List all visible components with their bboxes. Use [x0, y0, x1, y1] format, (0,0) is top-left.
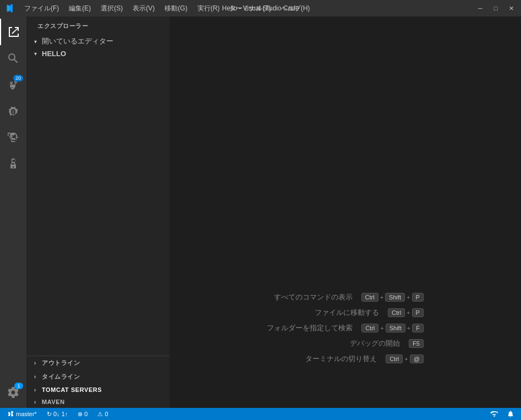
editor-area: すべてのコマンドの表示 Ctrl + Shift + P ファイルに移動する C… — [169, 17, 521, 408]
status-bar-left: master* ↻ 0↓ 1↑ ⊗ 0 ⚠ 0 — [4, 410, 111, 418]
activity-search[interactable] — [0, 45, 26, 72]
activity-bottom: 1 — [0, 379, 26, 408]
status-bar-right — [488, 410, 517, 418]
minimize-button[interactable]: ─ — [475, 3, 486, 14]
warnings-label: ⚠ 0 — [97, 411, 108, 418]
shortcut-list: すべてのコマンドの表示 Ctrl + Shift + P ファイルに移動する C… — [267, 292, 424, 364]
window-controls: ─ □ ✕ — [475, 3, 517, 14]
shortcut-row-commands: すべてのコマンドの表示 Ctrl + Shift + P — [267, 292, 424, 302]
activity-bar: 20 1 — [0, 17, 26, 408]
shortcut-row-debug: デバッグの開始 F5 — [267, 339, 424, 348]
activity-explorer[interactable] — [0, 19, 26, 45]
key-f5: F5 — [409, 339, 424, 348]
shortcut-keys-file: Ctrl + P — [388, 308, 424, 317]
key-plus6: + — [404, 356, 408, 362]
key-plus4: + — [380, 325, 383, 331]
tomcat-label: TOMCAT SERVERS — [42, 386, 102, 393]
git-branch-item[interactable]: master* — [4, 410, 39, 418]
window-title: Hello - Visual Studio Code — [222, 4, 299, 12]
key-shift2: Shift — [386, 324, 405, 332]
shortcut-keys-search: Ctrl + Shift + F — [361, 324, 424, 332]
outline-label: アウトライン — [42, 359, 80, 367]
sidebar-content: ▾ 開いているエディター ▾ HELLO — [26, 35, 169, 356]
shortcut-keys-commands: Ctrl + Shift + P — [361, 293, 424, 302]
timeline-label: タイムライン — [42, 373, 80, 381]
project-chevron: ▾ — [31, 51, 40, 57]
timeline-chevron: › — [31, 374, 40, 380]
shortcut-keys-debug: F5 — [409, 339, 424, 348]
go-menu[interactable]: 移動(G) — [160, 3, 191, 14]
outline-section[interactable]: › アウトライン — [26, 356, 169, 370]
maven-chevron: › — [31, 399, 40, 405]
activity-extensions[interactable] — [0, 124, 26, 151]
main-layout: 20 1 エクスプローラー — [0, 17, 521, 408]
vscode-watermark-icon — [296, 146, 395, 246]
outline-chevron: › — [31, 360, 40, 366]
shortcut-label-commands: すべてのコマンドの表示 — [274, 292, 353, 302]
errors-item[interactable]: ⊗ 0 — [75, 411, 90, 418]
open-editors-section[interactable]: ▾ 開いているエディター — [26, 35, 169, 48]
vscode-logo-icon — [4, 3, 14, 13]
shortcut-label-terminal: ターミナルの切り替え — [305, 354, 377, 364]
timeline-section[interactable]: › タイムライン — [26, 370, 169, 384]
sidebar-bottom-panels: › アウトライン › タイムライン › TOMCAT SERVERS › MAV… — [26, 356, 169, 408]
key-ctrl4: Ctrl — [386, 354, 403, 363]
maven-label: MAVEN — [42, 399, 65, 405]
git-branch-icon — [7, 410, 14, 418]
key-at: @ — [410, 354, 424, 363]
key-p: P — [412, 293, 424, 302]
key-f: F — [412, 324, 424, 332]
open-editors-label: 開いているエディター — [42, 36, 113, 46]
bell-icon — [507, 410, 514, 418]
source-control-badge: 20 — [13, 75, 23, 81]
key-ctrl: Ctrl — [361, 293, 379, 302]
file-menu[interactable]: ファイル(F) — [20, 3, 63, 14]
open-editors-chevron: ▾ — [31, 39, 40, 45]
shortcut-row-file: ファイルに移動する Ctrl + P — [267, 308, 424, 318]
settings-badge: 1 — [14, 383, 23, 389]
key-ctrl2: Ctrl — [388, 308, 405, 317]
key-plus2: + — [407, 294, 410, 301]
tomcat-chevron: › — [31, 387, 40, 393]
shortcut-keys-terminal: Ctrl + @ — [386, 354, 424, 363]
broadcast-icon — [490, 410, 498, 418]
project-label: HELLO — [42, 50, 66, 58]
title-bar: ファイル(F) 編集(E) 選択(S) 表示(V) 移動(G) 実行(R) ター… — [0, 0, 521, 17]
close-button[interactable]: ✕ — [506, 3, 517, 14]
errors-label: ⊗ 0 — [78, 411, 87, 418]
key-plus5: + — [407, 325, 410, 331]
activity-source-control[interactable]: 20 — [0, 72, 26, 98]
sidebar-header: エクスプローラー — [26, 17, 169, 35]
selection-menu[interactable]: 選択(S) — [96, 3, 127, 14]
maven-section[interactable]: › MAVEN — [26, 396, 169, 408]
shortcut-label-file: ファイルに移動する — [315, 308, 379, 318]
edit-menu[interactable]: 編集(E) — [64, 3, 95, 14]
shortcut-label-debug: デバッグの開始 — [350, 339, 400, 348]
key-shift: Shift — [385, 293, 405, 302]
key-plus: + — [380, 294, 383, 301]
key-ctrl3: Ctrl — [361, 324, 379, 332]
key-p2: P — [412, 308, 424, 317]
shortcut-label-search: フォルダーを指定して検索 — [267, 323, 353, 333]
broadcast-icon-item[interactable] — [488, 410, 500, 418]
activity-debug[interactable] — [0, 98, 26, 124]
shortcut-row-search: フォルダーを指定して検索 Ctrl + Shift + F — [267, 323, 424, 333]
run-menu[interactable]: 実行(R) — [193, 3, 224, 14]
git-branch-label: master* — [16, 411, 37, 417]
view-menu[interactable]: 表示(V) — [128, 3, 159, 14]
activity-settings[interactable]: 1 — [0, 379, 26, 406]
status-bar: master* ↻ 0↓ 1↑ ⊗ 0 ⚠ 0 — [0, 408, 521, 420]
activity-testing[interactable] — [0, 151, 26, 177]
notification-bell-item[interactable] — [504, 410, 517, 418]
warnings-item[interactable]: ⚠ 0 — [95, 411, 110, 418]
sync-item[interactable]: ↻ 0↓ 1↑ — [45, 411, 70, 418]
shortcut-row-terminal: ターミナルの切り替え Ctrl + @ — [267, 354, 424, 364]
project-section[interactable]: ▾ HELLO — [26, 48, 169, 59]
tomcat-section[interactable]: › TOMCAT SERVERS — [26, 384, 169, 396]
sync-label: ↻ 0↓ 1↑ — [47, 411, 68, 418]
maximize-button[interactable]: □ — [490, 3, 501, 14]
key-plus3: + — [407, 309, 410, 316]
sidebar: エクスプローラー ▾ 開いているエディター ▾ HELLO › アウトライン ›… — [26, 17, 169, 408]
